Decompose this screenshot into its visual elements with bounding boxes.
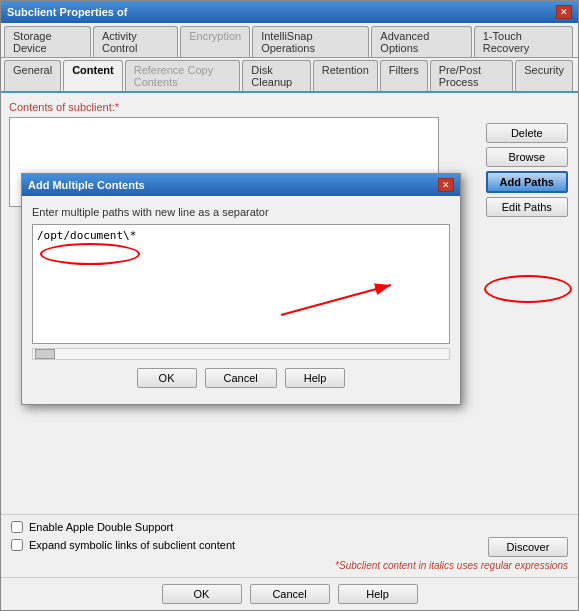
italic-note: *Subclient content in italics uses regul… xyxy=(335,560,568,571)
discover-button[interactable]: Discover xyxy=(488,537,568,557)
tab-activity-control[interactable]: Activity Control xyxy=(93,26,178,57)
footer-buttons: OK Cancel Help xyxy=(1,577,578,610)
paths-textarea[interactable] xyxy=(32,224,450,344)
tab-encryption[interactable]: Encryption xyxy=(180,26,250,57)
symbolic-links-label: Expand symbolic links of subclient conte… xyxy=(29,539,235,551)
footer-ok-button[interactable]: OK xyxy=(162,584,242,604)
tabs-row2: General Content Reference Copy Contents … xyxy=(1,58,578,93)
dialog-buttons: OK Cancel Help xyxy=(32,368,450,394)
tab-general[interactable]: General xyxy=(4,60,61,91)
dialog-instruction: Enter multiple paths with new line as a … xyxy=(32,206,450,218)
main-content: Contents of subclient:* Delete Browse Ad… xyxy=(1,93,578,514)
dialog-ok-button[interactable]: OK xyxy=(137,368,197,388)
checkbox-symbolic-links-row: Expand symbolic links of subclient conte… xyxy=(11,539,235,551)
tab-storage-device[interactable]: Storage Device xyxy=(4,26,91,57)
dialog-close-button[interactable]: ✕ xyxy=(438,178,454,192)
edit-paths-button[interactable]: Edit Paths xyxy=(486,197,568,217)
dialog-content: Enter multiple paths with new line as a … xyxy=(22,196,460,404)
dialog-cancel-button[interactable]: Cancel xyxy=(205,368,277,388)
expand-symbolic-links-checkbox[interactable] xyxy=(11,539,23,551)
add-multiple-contents-dialog: Add Multiple Contents ✕ Enter multiple p… xyxy=(21,173,461,405)
tab-security[interactable]: Security xyxy=(515,60,573,91)
browse-button[interactable]: Browse xyxy=(486,147,568,167)
footer-cancel-button[interactable]: Cancel xyxy=(250,584,330,604)
dialog-help-button[interactable]: Help xyxy=(285,368,346,388)
tab-advanced-options[interactable]: Advanced Options xyxy=(371,26,471,57)
right-buttons: Delete Browse Add Paths Edit Paths xyxy=(486,123,568,217)
tab-1touch-recovery[interactable]: 1-Touch Recovery xyxy=(474,26,573,57)
checkbox-apple-double-row: Enable Apple Double Support xyxy=(11,521,568,533)
main-window: Subclient Properties of ✕ Storage Device… xyxy=(0,0,579,611)
title-bar: Subclient Properties of ✕ xyxy=(1,1,578,23)
dialog-title-bar: Add Multiple Contents ✕ xyxy=(22,174,460,196)
enable-apple-double-checkbox[interactable] xyxy=(11,521,23,533)
tab-intellisnap[interactable]: IntelliSnap Operations xyxy=(252,26,369,57)
title-bar-buttons: ✕ xyxy=(556,5,572,19)
add-paths-highlight xyxy=(484,275,572,303)
scrollbar-thumb[interactable] xyxy=(35,349,55,359)
bottom-row: Expand symbolic links of subclient conte… xyxy=(11,537,568,557)
tab-disk-cleanup[interactable]: Disk Cleanup xyxy=(242,60,310,91)
tab-content[interactable]: Content xyxy=(63,60,123,91)
contents-label: Contents of subclient:* xyxy=(9,101,570,113)
scrollbar-area[interactable] xyxy=(32,348,450,360)
tab-pre-post-process[interactable]: Pre/Post Process xyxy=(430,60,514,91)
tab-filters[interactable]: Filters xyxy=(380,60,428,91)
bottom-section: Enable Apple Double Support Expand symbo… xyxy=(1,514,578,577)
dialog-title: Add Multiple Contents xyxy=(28,179,145,191)
apple-double-label: Enable Apple Double Support xyxy=(29,521,173,533)
close-button[interactable]: ✕ xyxy=(556,5,572,19)
footer-help-button[interactable]: Help xyxy=(338,584,418,604)
tab-retention[interactable]: Retention xyxy=(313,60,378,91)
delete-button[interactable]: Delete xyxy=(486,123,568,143)
tabs-row1: Storage Device Activity Control Encrypti… xyxy=(1,23,578,58)
tab-reference-copy[interactable]: Reference Copy Contents xyxy=(125,60,241,91)
add-paths-button[interactable]: Add Paths xyxy=(486,171,568,193)
window-title: Subclient Properties of xyxy=(7,6,127,18)
